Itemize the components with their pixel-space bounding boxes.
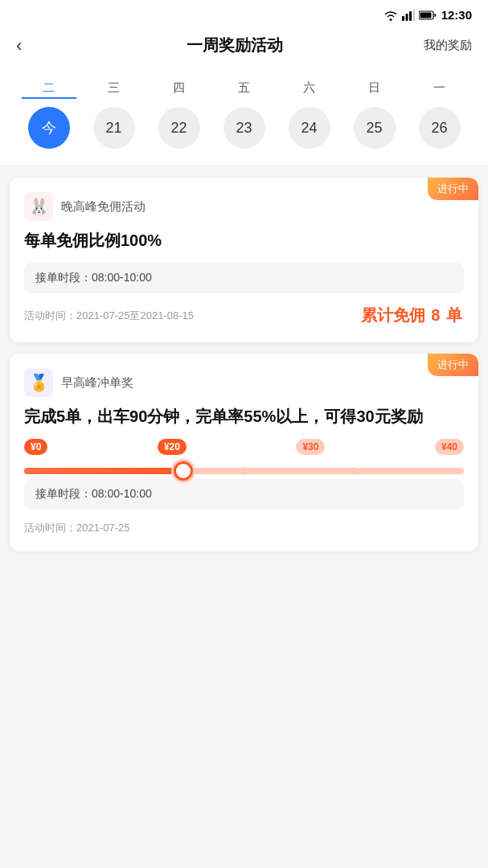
progress-dot-50 [240, 467, 248, 475]
card-1-subtitle: 晚高峰免佣活动 [61, 199, 146, 215]
svg-rect-3 [412, 10, 415, 21]
battery-icon [419, 10, 437, 20]
count-unit: 单 [446, 306, 462, 324]
day-26[interactable]: 26 [419, 107, 461, 149]
progress-tag-3: ¥40 [435, 439, 464, 455]
progress-bar-fill [24, 468, 191, 474]
day-row: 今 21 22 23 24 25 26 [16, 107, 472, 149]
weekday-4[interactable]: 六 [282, 80, 337, 99]
medal-icon: 🏅 [29, 373, 49, 392]
weekday-1[interactable]: 三 [87, 80, 141, 99]
svg-rect-5 [420, 12, 431, 18]
progress-bar-container [24, 468, 464, 474]
header: ‹ 一周奖励活动 我的奖励 [0, 27, 488, 68]
status-time: 12:30 [441, 8, 472, 22]
weekday-6[interactable]: 一 [412, 80, 467, 99]
card-1-activity-time: 活动时间：2021-07-25至2021-08-15 [24, 309, 194, 323]
my-rewards-link[interactable]: 我的奖励 [424, 38, 472, 53]
card-2-main-title: 完成5单，出车90分钟，完单率55%以上，可得30元奖励 [24, 405, 464, 428]
day-today[interactable]: 今 [28, 107, 70, 149]
card-2-icon: 🏅 [24, 368, 53, 397]
progress-labels: ¥0 ¥20 ¥30 ¥40 [24, 439, 464, 455]
card-2-time-slot: 接单时段：08:00-10:00 [24, 479, 464, 510]
svg-rect-2 [409, 11, 412, 21]
card-1-footer: 活动时间：2021-07-25至2021-08-15 累计免佣 8 单 [24, 305, 464, 326]
day-21[interactable]: 21 [93, 107, 135, 149]
cards-area: 进行中 🐰 晚高峰免佣活动 每单免佣比例100% 接单时段：08:00-10:0… [0, 165, 488, 564]
wifi-icon [383, 10, 398, 21]
card-1-header: 🐰 晚高峰免佣活动 [24, 192, 464, 221]
day-24[interactable]: 24 [289, 107, 330, 149]
day-22[interactable]: 22 [158, 107, 200, 149]
weekday-2[interactable]: 四 [152, 80, 207, 99]
rabbit-icon: 🐰 [29, 197, 49, 216]
weekday-row: 二 三 四 五 六 日 一 [16, 80, 472, 99]
weekday-3[interactable]: 五 [217, 80, 272, 99]
page-title: 一周奖励活动 [187, 35, 283, 56]
progress-tag-1: ¥20 [158, 439, 187, 455]
day-23[interactable]: 23 [223, 107, 265, 149]
card-2-subtitle: 早高峰冲单奖 [61, 375, 133, 391]
progress-tag-0: ¥0 [24, 439, 47, 455]
badge-ongoing-1: 进行中 [428, 178, 478, 200]
card-1-count: 累计免佣 8 单 [359, 305, 464, 326]
card-2-header: 🏅 早高峰冲单奖 [24, 368, 464, 397]
card-1: 进行中 🐰 晚高峰免佣活动 每单免佣比例100% 接单时段：08:00-10:0… [10, 178, 478, 342]
weekday-5[interactable]: 日 [347, 80, 402, 99]
count-value: 8 [431, 306, 440, 324]
status-bar: 12:30 [0, 0, 488, 27]
day-25[interactable]: 25 [354, 107, 396, 149]
back-button[interactable]: ‹ [16, 35, 45, 56]
svg-rect-1 [405, 14, 408, 21]
card-1-icon: 🐰 [24, 192, 53, 221]
badge-ongoing-2: 进行中 [428, 354, 478, 376]
calendar-section: 二 三 四 五 六 日 一 今 21 22 23 24 25 26 [0, 68, 488, 165]
progress-tag-2: ¥30 [296, 439, 325, 455]
weekday-0[interactable]: 二 [22, 80, 76, 99]
count-label: 累计免佣 [361, 306, 425, 324]
svg-rect-0 [402, 16, 404, 21]
card-2-activity-time: 活动时间：2021-07-25 [24, 521, 464, 535]
card-2: 进行中 🏅 早高峰冲单奖 完成5单，出车90分钟，完单率55%以上，可得30元奖… [10, 354, 478, 551]
status-icons [383, 10, 437, 21]
progress-dot-75 [350, 467, 358, 475]
card-1-time-slot: 接单时段：08:00-10:00 [24, 263, 464, 293]
card-1-main-title: 每单免佣比例100% [24, 229, 464, 252]
signal-icon [402, 10, 415, 21]
